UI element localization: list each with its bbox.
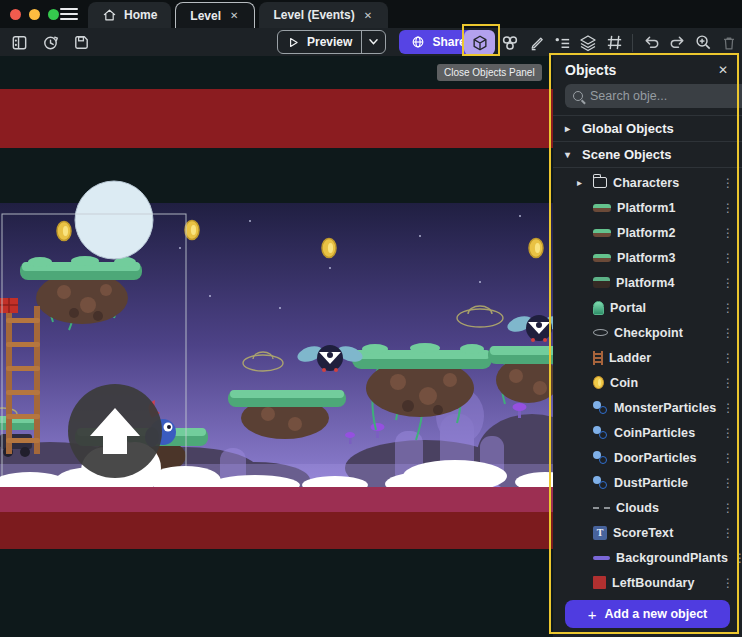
layers-button[interactable] bbox=[577, 32, 599, 54]
object-item-leftboundary[interactable]: LeftBoundary ⋮ bbox=[553, 570, 742, 592]
toolbar: Preview Share bbox=[0, 28, 742, 56]
search-box[interactable] bbox=[565, 84, 742, 108]
platform-icon bbox=[593, 254, 611, 262]
object-label: Checkpoint bbox=[614, 326, 716, 340]
object-item-coin[interactable]: Coin ⋮ bbox=[553, 370, 742, 395]
object-label: BackgroundPlants bbox=[616, 551, 728, 565]
kebab-menu-icon[interactable]: ⋮ bbox=[722, 226, 732, 240]
object-item-backgroundplants[interactable]: BackgroundPlants ⋮ bbox=[553, 545, 742, 570]
zoom-button[interactable] bbox=[692, 32, 714, 54]
scene-render bbox=[0, 56, 553, 637]
toolbar-left-group bbox=[8, 31, 92, 53]
kebab-menu-icon[interactable]: ⋮ bbox=[722, 251, 732, 265]
section-scene-objects[interactable]: ▾ Scene Objects bbox=[553, 141, 742, 167]
section-global-objects[interactable]: ▸ Global Objects bbox=[553, 115, 742, 141]
kebab-menu-icon[interactable]: ⋮ bbox=[722, 176, 732, 190]
scene-editor-canvas[interactable]: 1553;-337 bbox=[0, 56, 553, 637]
object-item-platform2[interactable]: Platform2 ⋮ bbox=[553, 220, 742, 245]
version-history-button[interactable] bbox=[39, 31, 61, 53]
close-icon[interactable]: ✕ bbox=[228, 9, 240, 22]
preview-label: Preview bbox=[307, 35, 352, 49]
close-icon[interactable]: ✕ bbox=[716, 61, 730, 79]
cube-icon bbox=[471, 34, 489, 52]
object-item-ladder[interactable]: Ladder ⋮ bbox=[553, 345, 742, 370]
add-object-button[interactable]: + Add a new object bbox=[565, 600, 730, 628]
plus-icon: + bbox=[588, 606, 597, 623]
object-item-doorparticles[interactable]: DoorParticles ⋮ bbox=[553, 445, 742, 470]
window-controls bbox=[10, 9, 59, 20]
object-item-checkpoint[interactable]: Checkpoint ⋮ bbox=[553, 320, 742, 345]
menu-icon[interactable] bbox=[60, 8, 78, 20]
chevron-right-icon: ▸ bbox=[565, 123, 573, 134]
search-input[interactable] bbox=[590, 89, 742, 103]
platform-dark-icon bbox=[593, 277, 610, 288]
delete-button[interactable] bbox=[718, 32, 740, 54]
zoom-in-icon bbox=[694, 33, 713, 52]
project-manager-button[interactable] bbox=[8, 31, 30, 53]
object-item-platform3[interactable]: Platform3 ⋮ bbox=[553, 245, 742, 270]
kebab-menu-icon[interactable]: ⋮ bbox=[722, 276, 732, 290]
object-item-scoretext[interactable]: ScoreText ⋮ bbox=[553, 520, 742, 545]
preview-dropdown-button[interactable] bbox=[361, 31, 385, 53]
instances-list-icon bbox=[553, 33, 572, 52]
kebab-menu-icon[interactable]: ⋮ bbox=[722, 401, 732, 415]
jump-button-sprite bbox=[68, 384, 162, 478]
save-icon bbox=[72, 33, 91, 52]
kebab-menu-icon[interactable]: ⋮ bbox=[734, 551, 742, 565]
portal-icon bbox=[593, 301, 604, 315]
kebab-menu-icon[interactable]: ⋮ bbox=[722, 501, 732, 515]
kebab-menu-icon[interactable]: ⋮ bbox=[722, 526, 732, 540]
object-item-characters[interactable]: ▸ Characters ⋮ bbox=[553, 170, 742, 195]
edit-button[interactable] bbox=[525, 32, 547, 54]
plants-icon bbox=[593, 556, 610, 560]
kebab-menu-icon[interactable]: ⋮ bbox=[722, 326, 732, 340]
particles-icon bbox=[593, 451, 608, 465]
white-circle-object bbox=[75, 181, 153, 259]
globe-icon bbox=[411, 35, 425, 49]
kebab-menu-icon[interactable]: ⋮ bbox=[722, 576, 732, 590]
add-object-label: Add a new object bbox=[604, 607, 707, 621]
object-item-portal[interactable]: Portal ⋮ bbox=[553, 295, 742, 320]
undo-button[interactable] bbox=[640, 32, 662, 54]
object-groups-button[interactable] bbox=[499, 32, 521, 54]
kebab-menu-icon[interactable]: ⋮ bbox=[722, 376, 732, 390]
home-icon bbox=[102, 8, 117, 22]
objects-panel-header: Objects ✕ bbox=[553, 56, 742, 82]
grid-icon bbox=[605, 33, 624, 52]
grid-button[interactable] bbox=[603, 32, 625, 54]
kebab-menu-icon[interactable]: ⋮ bbox=[722, 451, 732, 465]
tab-level[interactable]: Level ✕ bbox=[175, 2, 255, 28]
text-icon bbox=[593, 526, 607, 540]
object-item-coinparticles[interactable]: CoinParticles ⋮ bbox=[553, 420, 742, 445]
object-item-platform4[interactable]: Platform4 ⋮ bbox=[553, 270, 742, 295]
kebab-menu-icon[interactable]: ⋮ bbox=[722, 201, 732, 215]
window-zoom-button[interactable] bbox=[48, 9, 59, 20]
object-label: DoorParticles bbox=[614, 451, 716, 465]
pencil-icon bbox=[527, 33, 546, 52]
object-item-dustparticle[interactable]: DustParticle ⋮ bbox=[553, 470, 742, 495]
preview-button[interactable]: Preview bbox=[277, 30, 386, 54]
redo-button[interactable] bbox=[666, 32, 688, 54]
kebab-menu-icon[interactable]: ⋮ bbox=[722, 301, 732, 315]
objects-panel-toggle-button[interactable] bbox=[464, 30, 495, 55]
titlebar: Home Level ✕ Level (Events) ✕ bbox=[0, 0, 742, 28]
close-icon[interactable]: ✕ bbox=[362, 9, 374, 22]
tooltip: Close Objects Panel bbox=[437, 64, 542, 81]
object-list: ▸ Characters ⋮ Platform1 ⋮ Platform2 ⋮ P… bbox=[553, 167, 742, 592]
kebab-menu-icon[interactable]: ⋮ bbox=[722, 426, 732, 440]
instances-list-button[interactable] bbox=[551, 32, 573, 54]
object-item-monsterparticles[interactable]: MonsterParticles ⋮ bbox=[553, 395, 742, 420]
object-label: Ladder bbox=[609, 351, 716, 365]
save-button[interactable] bbox=[70, 31, 92, 53]
dashed-line-icon bbox=[593, 507, 610, 509]
object-item-platform1[interactable]: Platform1 ⋮ bbox=[553, 195, 742, 220]
window-minimize-button[interactable] bbox=[29, 9, 40, 20]
kebab-menu-icon[interactable]: ⋮ bbox=[722, 476, 732, 490]
tab-home[interactable]: Home bbox=[88, 2, 171, 28]
object-item-clouds[interactable]: Clouds ⋮ bbox=[553, 495, 742, 520]
object-groups-icon bbox=[500, 33, 520, 53]
window-close-button[interactable] bbox=[10, 9, 21, 20]
folder-expand-arrow[interactable]: ▸ bbox=[577, 177, 587, 188]
tab-level-events[interactable]: Level (Events) ✕ bbox=[259, 2, 388, 28]
kebab-menu-icon[interactable]: ⋮ bbox=[722, 351, 732, 365]
